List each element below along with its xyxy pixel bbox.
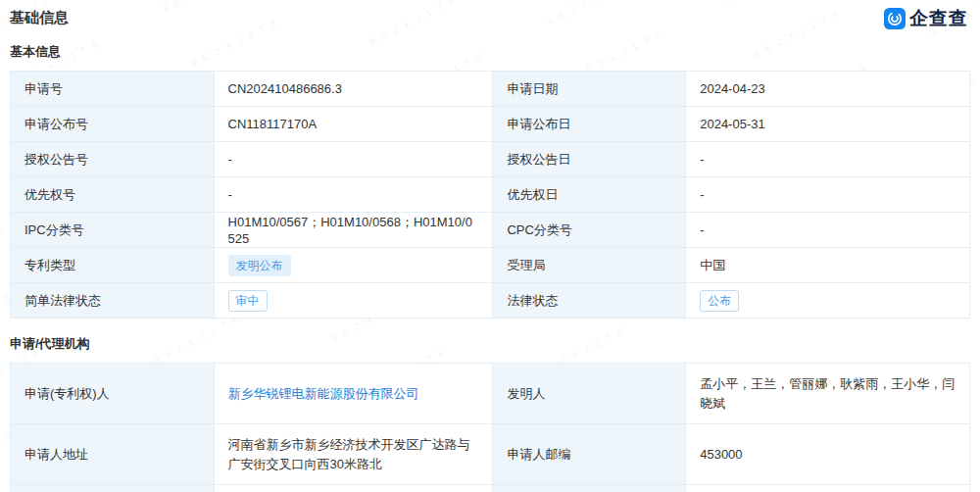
value-priority-date: -: [686, 177, 970, 213]
value-grant-announce-number: -: [214, 142, 493, 177]
label-legal-status: 法律状态: [493, 283, 686, 319]
section-title-agency: 申请/代理机构: [10, 335, 970, 353]
value-legal-status: 公布: [686, 283, 970, 319]
value-simple-legal-status: 审中: [214, 283, 493, 319]
value-priority-number: -: [214, 177, 493, 213]
page-header: 基础信息 企查查: [0, 0, 980, 29]
label-applicant-postcode: 申请人邮编: [493, 424, 686, 485]
label-priority-number: 优先权号: [11, 177, 215, 213]
label-application-number: 申请号: [11, 72, 215, 107]
value-patent-type: 发明公布: [214, 248, 493, 283]
value-applicant-postcode: 453000: [686, 424, 970, 485]
label-agent: 代理人: [493, 485, 686, 492]
patent-type-badge: 发明公布: [228, 255, 291, 276]
table-row: 申请人地址 河南省新乡市新乡经济技术开发区广达路与广安街交叉口向西30米路北 申…: [11, 424, 970, 485]
value-application-date: 2024-04-23: [686, 72, 970, 107]
value-publication-date: 2024-05-31: [686, 107, 970, 142]
label-grant-announce-date: 授权公告日: [493, 142, 686, 177]
table-row: 代理机构 新乡市平原智汇知识产权代理事务所(普通合伙) 代理人 杨杰: [11, 485, 970, 492]
label-inventors: 发明人: [493, 364, 686, 424]
agency-info-table: 申请(专利权)人 新乡华锐锂电新能源股份有限公司 发明人 孟小平，王兰，管丽娜，…: [10, 363, 970, 492]
label-grant-announce-number: 授权公告号: [11, 142, 215, 177]
table-row: 简单法律状态 审中 法律状态 公布: [11, 283, 970, 319]
patent-detail-page: 8E2XJ1TK8E2XJ1TK8E2XJ1TK8E2XJ1TK8E2XJ1TK…: [0, 0, 980, 492]
label-publication-date: 申请公布日: [493, 107, 686, 142]
value-agency: 新乡市平原智汇知识产权代理事务所(普通合伙): [214, 485, 493, 492]
table-row: 申请公布号 CN118117170A 申请公布日 2024-05-31: [11, 107, 970, 142]
value-applicant-address: 河南省新乡市新乡经济技术开发区广达路与广安街交叉口向西30米路北: [214, 424, 493, 485]
applicant-company-link[interactable]: 新乡华锐锂电新能源股份有限公司: [228, 386, 419, 401]
value-ipc-class: H01M10/0567；H01M10/0568；H01M10/0525: [214, 213, 493, 248]
label-ipc-class: IPC分类号: [11, 213, 215, 248]
label-accepting-office: 受理局: [493, 248, 686, 283]
value-publication-number: CN118117170A: [214, 107, 493, 142]
label-applicant-address: 申请人地址: [11, 424, 215, 485]
table-row: 专利类型 发明公布 受理局 中国: [11, 248, 970, 283]
label-application-date: 申请日期: [493, 72, 686, 107]
page-title: 基础信息: [10, 8, 69, 27]
qichacha-logo-icon: [884, 8, 906, 29]
table-row: 授权公告号 - 授权公告日 -: [11, 142, 970, 177]
label-applicant: 申请(专利权)人: [11, 364, 215, 424]
label-agency: 代理机构: [11, 485, 215, 492]
qichacha-logo[interactable]: 企查查: [884, 8, 968, 29]
qichacha-brand-name: 企查查: [909, 8, 968, 29]
value-application-number: CN202410486686.3: [214, 72, 493, 107]
table-row: 优先权号 - 优先权日 -: [11, 177, 970, 213]
label-cpc-class: CPC分类号: [493, 213, 686, 248]
value-applicant: 新乡华锐锂电新能源股份有限公司: [214, 364, 493, 424]
table-row: IPC分类号 H01M10/0567；H01M10/0568；H01M10/05…: [11, 213, 970, 248]
simple-legal-status-badge: 审中: [228, 290, 268, 312]
value-grant-announce-date: -: [686, 142, 970, 177]
basic-info-table: 申请号 CN202410486686.3 申请日期 2024-04-23 申请公…: [10, 71, 970, 319]
label-priority-date: 优先权日: [493, 177, 686, 213]
section-title-basic-info: 基本信息: [10, 43, 970, 61]
value-cpc-class: -: [686, 213, 970, 248]
label-simple-legal-status: 简单法律状态: [11, 283, 215, 319]
label-patent-type: 专利类型: [11, 248, 215, 283]
value-inventors: 孟小平，王兰，管丽娜，耿紫雨，王小华，闫晓斌: [686, 364, 970, 424]
table-row: 申请号 CN202410486686.3 申请日期 2024-04-23: [11, 72, 970, 107]
label-publication-number: 申请公布号: [11, 107, 215, 142]
value-accepting-office: 中国: [686, 248, 970, 283]
legal-status-badge: 公布: [700, 290, 739, 312]
table-row: 申请(专利权)人 新乡华锐锂电新能源股份有限公司 发明人 孟小平，王兰，管丽娜，…: [11, 364, 970, 424]
value-agent: 杨杰: [686, 485, 970, 492]
